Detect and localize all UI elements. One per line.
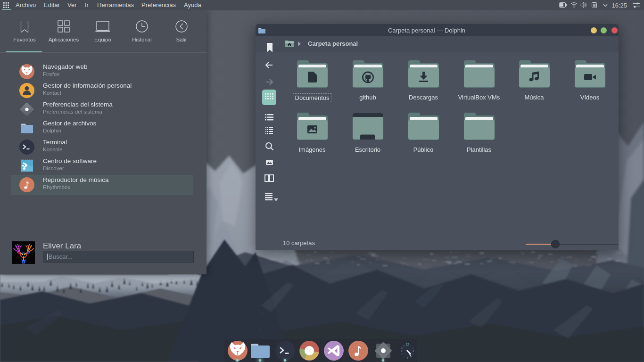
svg-text:11: 11 xyxy=(403,345,405,347)
svg-text:10: 10 xyxy=(401,347,403,349)
svg-text:12: 12 xyxy=(405,343,409,346)
svg-text:6: 6 xyxy=(407,357,408,360)
svg-text:3: 3 xyxy=(413,350,414,352)
svg-text:9: 9 xyxy=(401,350,402,352)
